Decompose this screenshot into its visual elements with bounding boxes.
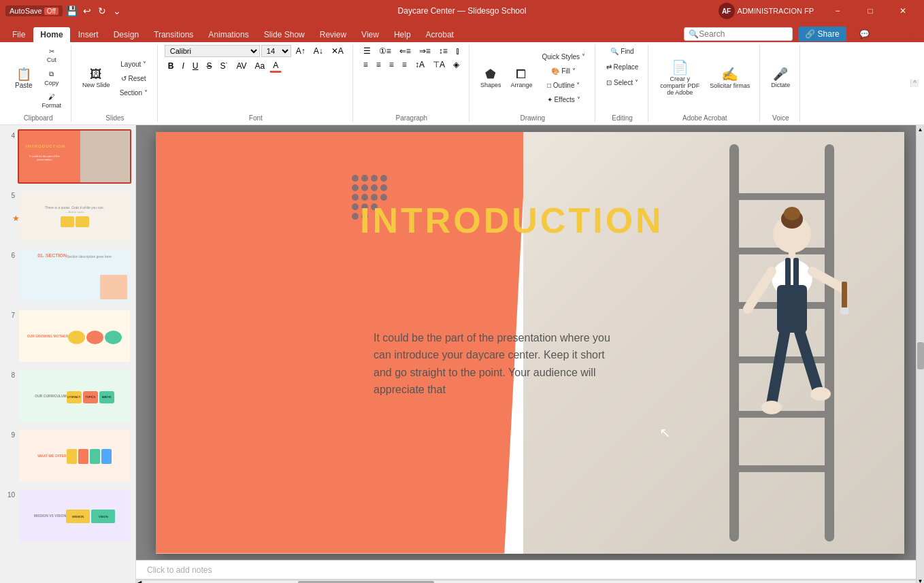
horizontal-scrollbar[interactable]: ◀ ▶ bbox=[136, 579, 924, 583]
font-name-select[interactable]: Calibri bbox=[165, 45, 260, 57]
align-center-button[interactable]: ≡ bbox=[373, 59, 384, 71]
minimize-button[interactable]: − bbox=[822, 0, 853, 22]
shape-effects-button[interactable]: ✦ Effects ˅ bbox=[538, 93, 589, 106]
scrollbar-thumb[interactable] bbox=[917, 342, 924, 369]
align-left-button[interactable]: ≡ bbox=[360, 59, 372, 71]
collapse-ribbon-button[interactable]: ^ bbox=[910, 80, 919, 87]
line-spacing-button[interactable]: ↕≡ bbox=[435, 45, 451, 57]
customize-qat-icon[interactable]: ⌄ bbox=[112, 5, 122, 16]
drawing-buttons: ⬟ Shapes ⧠ Arrange Quick Styles ˅ 🎨 Fill… bbox=[476, 45, 589, 112]
tab-help[interactable]: Help bbox=[387, 27, 418, 42]
slide-thumb-4[interactable]: 4 INTRODUCTION It could be the part of t… bbox=[3, 128, 133, 185]
h-scrollbar-thumb[interactable] bbox=[298, 581, 434, 584]
font-size-decrease[interactable]: A↓ bbox=[310, 45, 327, 57]
undo-icon[interactable]: ↩ bbox=[82, 5, 93, 16]
layout-button[interactable]: Layout ˅ bbox=[116, 58, 152, 71]
numbering-button[interactable]: ①≡ bbox=[376, 45, 395, 57]
notes-placeholder[interactable]: Click to add notes bbox=[147, 565, 212, 575]
font-size-select[interactable]: 14 bbox=[261, 45, 291, 57]
comments-button[interactable]: 💬 Comments bbox=[852, 26, 919, 42]
dictate-icon: 🎤 bbox=[773, 68, 788, 80]
tab-review[interactable]: Review bbox=[313, 27, 353, 42]
vertical-scrollbar[interactable]: ▲ ▼ bbox=[916, 125, 924, 583]
cut-button[interactable]: ✂ Cut bbox=[38, 45, 66, 66]
align-text-button[interactable]: ⊤A bbox=[429, 59, 448, 71]
scroll-down-button[interactable]: ▼ bbox=[917, 577, 924, 583]
format-painter-button[interactable]: 🖌 Format bbox=[38, 90, 66, 112]
section-button[interactable]: Section ˅ bbox=[116, 86, 152, 99]
align-right-button[interactable]: ≡ bbox=[386, 59, 397, 71]
slide-thumb-8-inner: OUR CURRICULUM LITERACY TOPICS MATHS bbox=[18, 369, 131, 423]
new-slide-button[interactable]: 🖼 New Slide bbox=[78, 58, 114, 99]
tab-acrobat[interactable]: Acrobat bbox=[419, 27, 461, 42]
slide-thumb-8[interactable]: 8 OUR CURRICULUM LITERACY TOPICS MATHS bbox=[3, 367, 133, 424]
quick-styles-button[interactable]: Quick Styles ˅ bbox=[538, 50, 589, 63]
reset-button[interactable]: ↺ Reset bbox=[116, 72, 152, 85]
shape-outline-button[interactable]: □ Outline ˅ bbox=[538, 79, 589, 92]
tab-home[interactable]: Home bbox=[33, 27, 69, 42]
underline-button[interactable]: U bbox=[189, 60, 202, 72]
arrange-button[interactable]: ⧠ Arrange bbox=[506, 58, 536, 99]
text-direction-button[interactable]: ↕A bbox=[412, 59, 428, 71]
shape-fill-button[interactable]: 🎨 Fill ˅ bbox=[538, 65, 589, 78]
copy-button[interactable]: ⧉ Copy bbox=[38, 67, 66, 89]
autosave-button[interactable]: AutoSave Off bbox=[5, 5, 63, 16]
justify-button[interactable]: ≡ bbox=[399, 59, 410, 71]
slide-title[interactable]: INTRODUCTION bbox=[360, 200, 664, 241]
arrange-label: Arrange bbox=[510, 82, 532, 88]
create-pdf-icon: 📄 bbox=[672, 61, 689, 74]
slide-4-preview: INTRODUCTION It could be the part of the… bbox=[19, 131, 130, 182]
replace-button[interactable]: ⇄ Replace bbox=[602, 61, 642, 73]
change-case-button[interactable]: Aa bbox=[252, 60, 269, 72]
slide-thumb-5[interactable]: 5 There is a quote. Grab it while you ca… bbox=[3, 188, 133, 245]
decrease-indent-button[interactable]: ⇐≡ bbox=[396, 45, 414, 57]
tab-view[interactable]: View bbox=[354, 27, 386, 42]
strikethrough-button[interactable]: S bbox=[203, 60, 215, 72]
copy-label: Copy bbox=[44, 80, 59, 86]
slide-thumb-9[interactable]: 9 WHAT WE OFFER bbox=[3, 427, 133, 484]
slide-body-text[interactable]: It could be the part of the presentation… bbox=[374, 329, 618, 399]
font-size-increase[interactable]: A↑ bbox=[293, 45, 309, 57]
columns-button[interactable]: ⫿ bbox=[452, 45, 463, 57]
shapes-button[interactable]: ⬟ Shapes bbox=[476, 58, 506, 99]
tab-slideshow[interactable]: Slide Show bbox=[257, 27, 312, 42]
bullets-button[interactable]: ☰ bbox=[360, 45, 374, 57]
slide-thumb-7[interactable]: 7 OUR GROWING MOTHER bbox=[3, 307, 133, 365]
tab-design[interactable]: Design bbox=[107, 27, 146, 42]
share-button[interactable]: 🔗 Share bbox=[798, 27, 846, 41]
redo-icon[interactable]: ↻ bbox=[97, 5, 108, 16]
tab-transitions[interactable]: Transitions bbox=[147, 27, 200, 42]
request-signatures-button[interactable]: ✍ Solicitar firmas bbox=[706, 58, 754, 99]
clear-formatting[interactable]: ✕A bbox=[328, 45, 347, 57]
scroll-left-button[interactable]: ◀ bbox=[137, 580, 142, 583]
bold-button[interactable]: B bbox=[165, 60, 178, 72]
svg-line-21 bbox=[799, 329, 818, 390]
font-color-button[interactable]: A bbox=[269, 59, 282, 73]
convert-smartart-button[interactable]: ◈ bbox=[450, 59, 463, 71]
shapes-label: Shapes bbox=[480, 82, 501, 88]
paste-button[interactable]: 📋 Paste bbox=[11, 58, 37, 99]
save-icon[interactable]: 💾 bbox=[67, 5, 78, 16]
create-pdf-button[interactable]: 📄 Crear y compartir PDF de Adobe bbox=[655, 58, 704, 99]
italic-button[interactable]: I bbox=[178, 60, 187, 72]
slide-6-preview: 01. SECTION Section description goes her… bbox=[19, 250, 130, 302]
close-button[interactable]: ✕ bbox=[887, 0, 919, 22]
restore-button[interactable]: □ bbox=[855, 0, 886, 22]
tab-animations[interactable]: Animations bbox=[201, 27, 255, 42]
tab-insert[interactable]: Insert bbox=[71, 27, 105, 42]
edit-area: ▲ ▼ bbox=[136, 125, 924, 583]
find-button[interactable]: 🔍 Find bbox=[602, 45, 642, 58]
scroll-up-button[interactable]: ▲ bbox=[917, 125, 924, 134]
slide-thumb-6[interactable]: 6 01. SECTION Section description goes h… bbox=[3, 248, 133, 305]
text-shadow-button[interactable]: S˙ bbox=[216, 60, 231, 72]
search-input[interactable] bbox=[699, 29, 780, 39]
ribbon-toolbar: 📋 Paste ✂ Cut ⧉ Copy 🖌 Format Clipboard bbox=[0, 42, 924, 125]
adobe-buttons: 📄 Crear y compartir PDF de Adobe ✍ Solic… bbox=[655, 45, 754, 112]
select-button[interactable]: ⊡ Select ˅ bbox=[602, 76, 642, 89]
search-box[interactable]: 🔍 bbox=[684, 27, 793, 41]
dictate-button[interactable]: 🎤 Dictate bbox=[767, 58, 794, 99]
increase-indent-button[interactable]: ⇒≡ bbox=[416, 45, 434, 57]
char-spacing-button[interactable]: AV bbox=[233, 60, 250, 72]
slide-thumb-10[interactable]: 10 MISSION VS VISION MISSION VISION bbox=[3, 487, 133, 544]
tab-file[interactable]: File bbox=[5, 27, 32, 42]
